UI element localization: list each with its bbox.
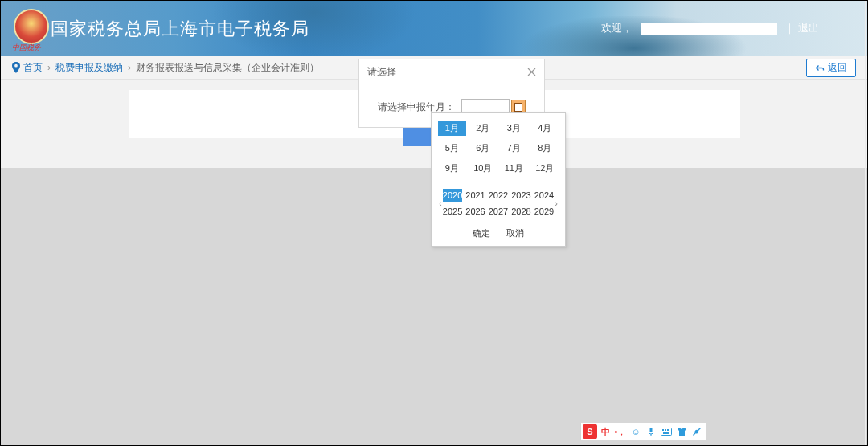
year-row: ‹ 20202021202220232024202520262027202820… (438, 189, 559, 218)
period-field-label: 请选择申报年月： (378, 101, 455, 113)
modal-title: 请选择 (367, 65, 396, 79)
month-option[interactable]: 12月 (531, 161, 559, 176)
month-option[interactable]: 7月 (500, 141, 528, 156)
year-option[interactable]: 2023 (511, 189, 530, 202)
breadcrumb-sep: › (47, 62, 51, 73)
logout-link[interactable]: 退出 (798, 22, 819, 34)
month-option[interactable]: 6月 (469, 141, 497, 156)
current-user-name (641, 23, 777, 35)
ime-voice-icon[interactable] (644, 424, 658, 439)
month-option[interactable]: 1月 (438, 121, 466, 136)
location-icon (12, 62, 20, 73)
date-picker-panel: 1月2月3月4月5月6月7月8月9月10月11月12月 ‹ 2020202120… (431, 112, 566, 247)
year-option[interactable]: 2028 (511, 205, 530, 218)
month-option[interactable]: 9月 (438, 161, 466, 176)
tax-emblem-icon (14, 9, 49, 44)
tax-emblem-label: 中国税务 (12, 43, 41, 53)
back-arrow-icon (815, 63, 825, 73)
month-option[interactable]: 10月 (469, 161, 497, 176)
year-grid: 2020202120222023202420252026202720282029 (443, 189, 554, 218)
year-option[interactable]: 2025 (443, 205, 462, 218)
year-option[interactable]: 2021 (465, 189, 485, 202)
svg-rect-0 (650, 428, 653, 432)
welcome-block: 欢迎， ｜ 退出 (601, 21, 819, 35)
ime-emoji-icon[interactable]: ☺ (628, 424, 643, 439)
modal-close-button[interactable] (527, 66, 536, 79)
year-option[interactable]: 2026 (465, 205, 485, 218)
breadcrumb-home[interactable]: 首页 (23, 61, 43, 75)
ime-mode-chinese[interactable]: 中 (598, 424, 612, 439)
close-icon (527, 68, 536, 76)
svg-rect-1 (661, 428, 672, 436)
header-banner: 中国税务 国家税务总局上海市电子税务局 欢迎， ｜ 退出 (1, 1, 867, 56)
breadcrumb-sep: › (128, 62, 131, 73)
year-option[interactable]: 2027 (489, 205, 508, 218)
ime-skin-icon[interactable] (674, 424, 689, 439)
month-option[interactable]: 5月 (438, 141, 466, 156)
modal-header: 请选择 (359, 59, 544, 84)
ime-softkeyboard-icon[interactable] (659, 424, 674, 439)
month-option[interactable]: 11月 (500, 161, 528, 176)
svg-rect-3 (665, 429, 666, 431)
welcome-text: 欢迎， (601, 22, 633, 34)
ime-punct-icon[interactable]: •， (613, 424, 628, 439)
month-option[interactable]: 8月 (531, 141, 559, 156)
month-grid: 1月2月3月4月5月6月7月8月9月10月11月12月 (438, 121, 559, 176)
month-option[interactable]: 4月 (531, 121, 559, 136)
year-option[interactable]: 2020 (443, 189, 462, 202)
year-option[interactable]: 2029 (534, 205, 554, 218)
date-picker-actions: 确定 取消 (438, 227, 559, 239)
month-option[interactable]: 2月 (469, 121, 497, 136)
year-option[interactable]: 2022 (489, 189, 508, 202)
site-title: 国家税务总局上海市电子税务局 (51, 17, 309, 41)
back-button-label: 返回 (828, 61, 847, 75)
date-picker-ok-button[interactable]: 确定 (473, 227, 490, 239)
back-button[interactable]: 返回 (806, 59, 856, 77)
svg-rect-5 (663, 432, 669, 434)
ime-sogou-icon[interactable]: S (583, 424, 597, 439)
year-next-button[interactable]: › (554, 199, 559, 208)
ime-tray: S 中 •， ☺ (580, 423, 706, 440)
month-option[interactable]: 3月 (500, 121, 528, 136)
svg-rect-4 (667, 429, 669, 431)
separator: ｜ (784, 22, 795, 34)
year-option[interactable]: 2024 (534, 189, 554, 202)
breadcrumb-level1[interactable]: 税费申报及缴纳 (55, 61, 123, 75)
breadcrumb-level2: 财务报表报送与信息采集（企业会计准则） (136, 61, 319, 75)
page-root: 中国税务 国家税务总局上海市电子税务局 欢迎， ｜ 退出 首页 › 税费申报及缴… (0, 0, 868, 446)
date-picker-cancel-button[interactable]: 取消 (506, 227, 524, 239)
svg-rect-2 (662, 429, 664, 431)
ime-settings-icon[interactable] (690, 424, 704, 439)
